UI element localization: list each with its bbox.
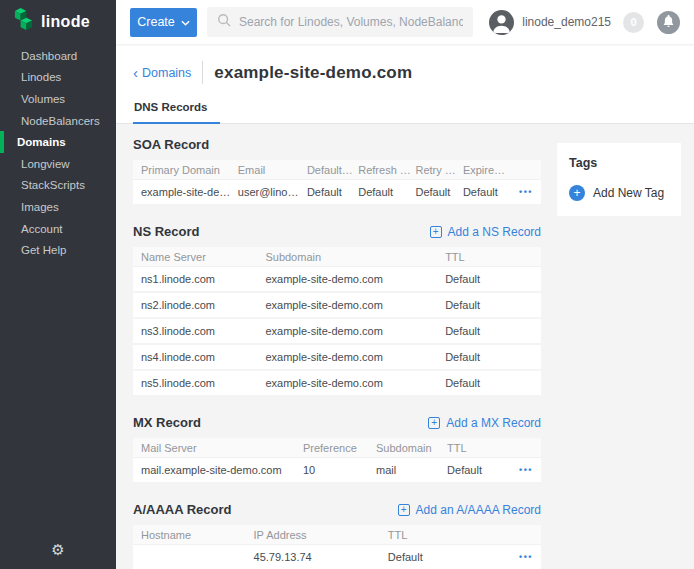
table-row: ns5.linode.comexample-site-demo.comDefau…: [133, 371, 541, 397]
add-a-aaaa-record-link[interactable]: + Add an A/AAAA Record: [398, 503, 541, 517]
soa-section-header: SOA Record: [133, 137, 541, 152]
chevron-left-icon: ‹: [133, 67, 138, 79]
sidebar-item-nodebalancers[interactable]: NodeBalancers: [0, 110, 116, 132]
cell: example-site-demo.com: [138, 186, 235, 198]
add-new-tag-button[interactable]: + Add New Tag: [569, 185, 669, 201]
column-header: Default TTL: [304, 164, 355, 176]
column-header: Preference: [300, 442, 373, 454]
sidebar-item-domains[interactable]: Domains: [0, 131, 116, 153]
row-actions-button[interactable]: •••: [519, 465, 533, 475]
cell: ns5.linode.com: [138, 377, 262, 389]
a-aaaa-record-table: HostnameIP AddressTTL45.79.13.74Default•…: [133, 525, 541, 569]
tab-dns-records[interactable]: DNS Records: [133, 101, 220, 124]
sidebar: linode DashboardLinodesVolumesNodeBalanc…: [0, 0, 116, 569]
notification-count-badge[interactable]: 0: [623, 12, 644, 33]
cell: Default: [442, 325, 533, 337]
column-header: Mail Server: [138, 442, 300, 454]
sidebar-item-dashboard[interactable]: Dashboard: [0, 45, 116, 67]
cell: mail: [373, 464, 444, 476]
chevron-down-icon: [181, 15, 190, 29]
column-header: Email: [235, 164, 304, 176]
main-area: Create linode_demo215 0: [116, 0, 694, 569]
cell: user@linode.com: [235, 186, 304, 198]
cell: Default: [385, 551, 507, 563]
table-header-row: HostnameIP AddressTTL: [133, 525, 541, 545]
create-button[interactable]: Create: [130, 8, 197, 37]
cell: example-site-demo.com: [262, 351, 442, 363]
column-header: Hostname: [138, 529, 251, 541]
tab-bar: DNS Records: [133, 97, 694, 123]
ns-section-header: NS Record + Add a NS Record: [133, 224, 541, 239]
plus-circle-icon: +: [569, 185, 585, 201]
cell: ns1.linode.com: [138, 273, 262, 285]
table-row: 45.79.13.74Default•••: [133, 545, 541, 569]
breadcrumb-back-link[interactable]: ‹ Domains: [133, 66, 191, 80]
ns-record-table: Name ServerSubdomainTTLns1.linode.comexa…: [133, 247, 541, 397]
cell: ns3.linode.com: [138, 325, 262, 337]
sidebar-item-linodes[interactable]: Linodes: [0, 67, 116, 89]
cell: mail.example-site-demo.com: [138, 464, 300, 476]
table-row: ns2.linode.comexample-site-demo.comDefau…: [133, 293, 541, 319]
search-input[interactable]: [239, 15, 463, 29]
linode-cloud-manager: linode DashboardLinodesVolumesNodeBalanc…: [0, 0, 694, 569]
column-header: Retry Rate: [413, 164, 460, 176]
sidebar-item-get-help[interactable]: Get Help: [0, 239, 116, 261]
cell: Default: [413, 186, 460, 198]
section-title-mx: MX Record: [133, 415, 201, 430]
sidebar-item-volumes[interactable]: Volumes: [0, 88, 116, 110]
breadcrumb: ‹ Domains example-site-demo.com: [133, 61, 694, 84]
notifications-button[interactable]: [657, 11, 680, 34]
cell: ns2.linode.com: [138, 299, 262, 311]
add-ns-record-link[interactable]: + Add a NS Record: [430, 225, 541, 239]
add-record-icon: +: [428, 417, 440, 429]
sidebar-item-longview[interactable]: Longview: [0, 153, 116, 175]
column-header: TTL: [385, 529, 507, 541]
table-header-row: Mail ServerPreferenceSubdomainTTL: [133, 438, 541, 458]
user-avatar[interactable]: [489, 10, 514, 35]
cell: Default: [442, 351, 533, 363]
section-title-ns: NS Record: [133, 224, 199, 239]
cell: example-site-demo.com: [262, 273, 442, 285]
column-header: Subdomain: [373, 442, 444, 454]
cell: Default: [460, 186, 507, 198]
tags-panel-title: Tags: [569, 156, 669, 170]
table-row: ns1.linode.comexample-site-demo.comDefau…: [133, 267, 541, 293]
column-header: IP Address: [251, 529, 385, 541]
cell: example-site-demo.com: [262, 377, 442, 389]
column-header: TTL: [442, 251, 533, 263]
breadcrumb-divider: [202, 61, 203, 84]
linode-logo[interactable]: linode: [0, 0, 116, 44]
column-header: TTL: [444, 442, 507, 454]
table-row: ns4.linode.comexample-site-demo.comDefau…: [133, 345, 541, 371]
cell: Default: [444, 464, 507, 476]
sidebar-item-images[interactable]: Images: [0, 196, 116, 218]
sidebar-item-account[interactable]: Account: [0, 218, 116, 240]
add-mx-record-link[interactable]: + Add a MX Record: [428, 416, 541, 430]
page-header: ‹ Domains example-site-demo.com DNS Reco…: [116, 44, 694, 124]
content-area: SOA Record Primary DomainEmailDefault TT…: [116, 124, 694, 569]
cell: 45.79.13.74: [251, 551, 385, 563]
sidebar-item-stackscripts[interactable]: StackScripts: [0, 175, 116, 197]
mx-section-header: MX Record + Add a MX Record: [133, 415, 541, 430]
cell: example-site-demo.com: [262, 325, 442, 337]
page-title: example-site-demo.com: [214, 63, 412, 83]
search-bar: [207, 7, 473, 37]
bell-icon: [663, 13, 674, 31]
column-header: Subdomain: [262, 251, 442, 263]
mx-record-table: Mail ServerPreferenceSubdomainTTLmail.ex…: [133, 438, 541, 484]
username[interactable]: linode_demo215: [522, 15, 611, 29]
add-record-icon: +: [430, 226, 442, 238]
row-actions-button[interactable]: •••: [519, 187, 533, 197]
table-header-row: Primary DomainEmailDefault TTLRefresh Ra…: [133, 160, 541, 180]
settings-gear-icon[interactable]: ⚙: [51, 541, 64, 559]
cell: example-site-demo.com: [262, 299, 442, 311]
row-actions-button[interactable]: •••: [519, 552, 533, 562]
logo-text: linode: [41, 13, 90, 31]
table-header-row: Name ServerSubdomainTTL: [133, 247, 541, 267]
top-bar: Create linode_demo215 0: [116, 0, 694, 44]
cell: Default: [355, 186, 412, 198]
add-record-icon: +: [398, 504, 410, 516]
search-icon: [217, 13, 231, 31]
cell: Default: [442, 299, 533, 311]
sidebar-nav: DashboardLinodesVolumesNodeBalancersDoma…: [0, 44, 116, 261]
